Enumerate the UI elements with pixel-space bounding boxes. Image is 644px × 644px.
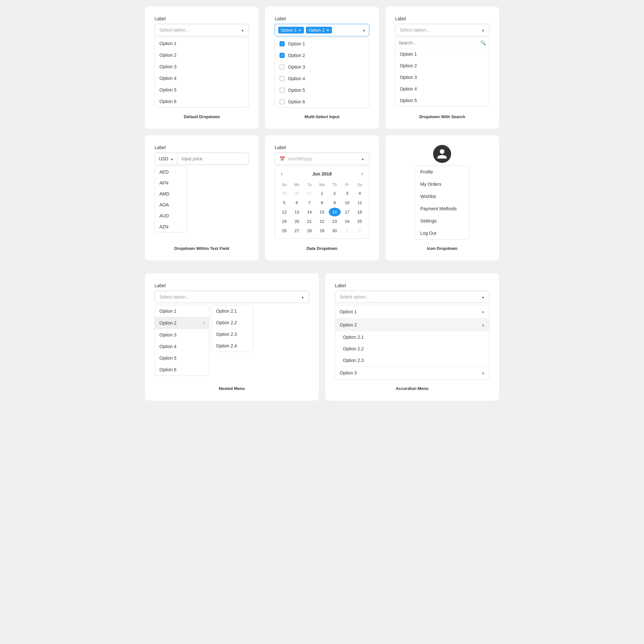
icon-dropdown-card: ProfileMy OrdersWishlistPayment MethodsS… [385,135,499,260]
calendar-next-button[interactable]: › [359,170,365,178]
calendar-day[interactable]: 29 [278,189,290,198]
calendar-day[interactable]: 1 [316,189,328,198]
calendar-day[interactable]: 24 [341,217,353,226]
currency-item[interactable]: AOA [155,199,186,210]
dropdown-item[interactable]: Option 6 [155,96,249,107]
calendar-day[interactable]: 11 [354,198,366,207]
calendar-day[interactable]: 7 [303,198,315,207]
calendar-prev-button[interactable]: ‹ [278,170,285,178]
calendar-day[interactable]: 19 [278,217,290,226]
accordion-header[interactable]: Option 2 [335,318,489,331]
calendar-day[interactable]: 5 [278,198,290,207]
multi-select-item[interactable]: ✓Option 1 [275,38,369,50]
search-dropdown-item[interactable]: Option 1 [395,48,489,60]
search-input[interactable] [399,40,478,45]
calendar-day[interactable]: 4 [354,189,366,198]
dropdown-item[interactable]: Option 3 [155,61,249,72]
multi-select-item[interactable]: ✓Option 2 [275,50,369,61]
calendar-day[interactable]: 31 [303,189,315,198]
currency-item[interactable]: AUD [155,210,186,221]
calendar-day[interactable]: 23 [329,217,341,226]
icon-menu-item[interactable]: My Orders [415,178,469,190]
multi-select-content: Label Option 1 ✕ Option 2 ✕ ▲ ✓Option 1✓… [275,16,369,108]
calendar-day[interactable]: 12 [278,208,290,216]
calendar-day[interactable]: 3 [341,189,353,198]
icon-menu-item[interactable]: Settings [415,215,469,227]
search-dropdown-item[interactable]: Option 3 [395,71,489,83]
nested-menu-item[interactable]: Option 6 [155,364,209,375]
calendar-day[interactable]: 30 [291,189,303,198]
dropdown-search-trigger[interactable]: Select option... ▲ [395,24,489,36]
calendar-day[interactable]: 13 [291,208,303,216]
chevron-up-icon [482,322,485,327]
dropdown-item[interactable]: Option 1 [155,38,249,49]
currency-item[interactable]: AFN [155,177,186,188]
calendar-day[interactable]: 22 [316,217,328,226]
accordion-header[interactable]: Option 3 [335,366,489,379]
multi-select-item[interactable]: Option 5 [275,84,369,96]
nested-menu-item[interactable]: Option 3 [155,329,209,341]
accordion-subitem[interactable]: Option 2.3 [335,355,489,366]
calendar-day[interactable]: 8 [316,198,328,207]
calendar-day[interactable]: 16 [329,208,341,216]
calendar-day[interactable]: 20 [291,217,303,226]
currency-item[interactable]: AMD [155,188,186,199]
dropdown-item[interactable]: Option 2 [155,49,249,61]
nested-menu-item[interactable]: Option 5 [155,352,209,364]
accordion-header[interactable]: Option 1 [335,305,489,318]
calendar-day[interactable]: 15 [316,208,328,216]
multi-select-item[interactable]: Option 6 [275,96,369,108]
calendar-day[interactable]: 26 [278,226,290,235]
multi-tag-1[interactable]: Option 1 ✕ [278,27,304,33]
date-dropdown-trigger[interactable]: 📅 mm/dd/yyyy ▲ [275,153,369,165]
calendar-day[interactable]: 14 [303,208,315,216]
currency-item[interactable]: AZN [155,221,186,232]
currency-input[interactable] [177,153,249,165]
calendar-day[interactable]: 2 [329,189,341,198]
multi-select-item[interactable]: Option 4 [275,73,369,84]
calendar-day[interactable]: 2 [354,226,366,235]
nested-menu-item[interactable]: Option 2 [155,317,209,329]
calendar-day[interactable]: 17 [341,208,353,216]
calendar-day[interactable]: 28 [303,226,315,235]
calendar-day[interactable]: 29 [316,226,328,235]
calendar-day[interactable]: 6 [291,198,303,207]
icon-menu-item[interactable]: Profile [415,166,469,178]
multi-tag-2-close-icon[interactable]: ✕ [326,28,329,33]
icon-menu-item[interactable]: Payment Methods [415,203,469,215]
calendar-day[interactable]: 25 [354,217,366,226]
search-dropdown-item[interactable]: Option 4 [395,83,489,95]
default-dropdown-trigger[interactable]: Select option... ▲ [155,24,249,36]
multi-tag-1-close-icon[interactable]: ✕ [298,28,301,33]
submenu-item[interactable]: Option 2.1 [212,305,253,317]
accordion-subitem[interactable]: Option 2.1 [335,331,489,343]
submenu-item[interactable]: Option 2.4 [212,340,253,352]
calendar-day[interactable]: 9 [329,198,341,207]
submenu-item[interactable]: Option 2.3 [212,328,253,340]
accordion-menu-trigger[interactable]: Select option... ▲ [335,291,489,303]
dropdown-item[interactable]: Option 4 [155,72,249,84]
accordion-subitem[interactable]: Option 2.2 [335,343,489,355]
multi-tag-2[interactable]: Option 2 ✕ [306,27,332,33]
currency-select-trigger[interactable]: USD ▲ [155,153,177,165]
multi-select-trigger[interactable]: Option 1 ✕ Option 2 ✕ ▲ [275,24,369,36]
currency-item[interactable]: AED [155,166,186,177]
nested-menu-trigger[interactable]: Select option... ▲ [155,291,309,303]
calendar-day[interactable]: 18 [354,208,366,216]
dropdown-item[interactable]: Option 5 [155,84,249,96]
icon-menu-item[interactable]: Log Out [415,227,469,239]
multi-select-item[interactable]: Option 3 [275,61,369,73]
nested-menu-item[interactable]: Option 4 [155,341,209,352]
calendar-day[interactable]: 10 [341,198,353,207]
nested-menu-item[interactable]: Option 1 [155,305,209,317]
avatar[interactable] [433,145,451,163]
calendar-day[interactable]: 21 [303,217,315,226]
calendar-month: Jun 2018 [312,171,332,176]
icon-menu-item[interactable]: Wishlist [415,190,469,203]
calendar-day[interactable]: 30 [329,226,341,235]
submenu-item[interactable]: Option 2.2 [212,317,253,328]
calendar-day[interactable]: 27 [291,226,303,235]
search-dropdown-item[interactable]: Option 2 [395,60,489,71]
calendar-day[interactable]: 1 [341,226,353,235]
search-dropdown-item[interactable]: Option 5 [395,95,489,106]
